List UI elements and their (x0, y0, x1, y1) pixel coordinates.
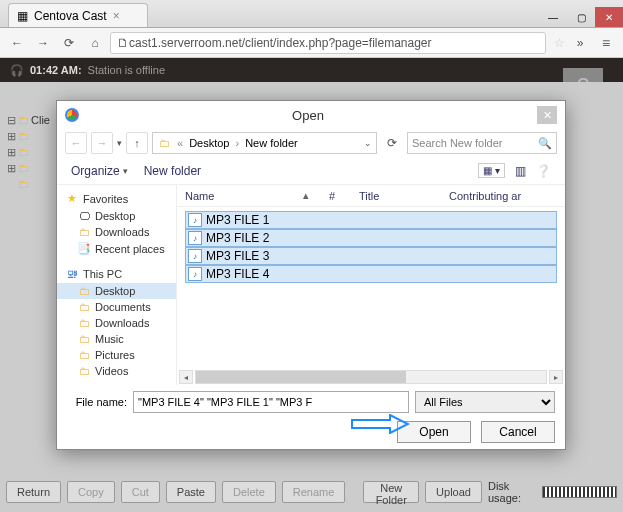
search-placeholder-text: Search New folder (412, 137, 503, 149)
pc-icon: 🖳 (65, 268, 79, 280)
menu-button[interactable]: ≡ (595, 32, 617, 54)
dialog-titlebar: Open ✕ (57, 101, 565, 129)
sidebar-item-pc-downloads[interactable]: 🗀Downloads (57, 315, 176, 331)
headphone-icon: 🎧 (10, 64, 24, 77)
file-row[interactable]: ♪MP3 FILE 2 (185, 229, 557, 247)
sidebar-item-music[interactable]: 🗀Music (57, 331, 176, 347)
history-dropdown[interactable]: ▾ (117, 138, 122, 148)
back-button[interactable]: ← (6, 32, 28, 54)
address-bar[interactable]: 🗋 cast1.serverroom.net/client/index.php?… (110, 32, 546, 54)
tab-favicon: ▦ (17, 9, 28, 23)
disk-usage: Disk usage: (488, 480, 617, 504)
cut-button[interactable]: Cut (121, 481, 160, 503)
breadcrumb[interactable]: 🗀 « Desktop › New folder ⌄ (152, 132, 377, 154)
folder-icon: 🗀 (77, 349, 91, 361)
dialog-title: Open (79, 108, 537, 123)
folder-icon: 🗀 (77, 333, 91, 345)
search-input[interactable]: Search New folder 🔍 (407, 132, 557, 154)
file-list: ♪MP3 FILE 1 ♪MP3 FILE 2 ♪MP3 FILE 3 ♪MP3… (177, 207, 565, 369)
upload-button[interactable]: Upload (425, 481, 482, 503)
folder-icon: 🗀 (77, 285, 91, 297)
col-name[interactable]: Name (185, 190, 315, 202)
disk-label: Disk usage: (488, 480, 536, 504)
favorites-group[interactable]: ★Favorites (57, 189, 176, 208)
open-file-dialog: Open ✕ ← → ▾ ↑ 🗀 « Desktop › New folder … (56, 100, 566, 450)
disk-meter (542, 486, 617, 498)
dialog-bottom: File name: All Files Open Cancel (57, 385, 565, 449)
file-list-pane: Name ▴ # Title Contributing ar ♪MP3 FILE… (177, 185, 565, 385)
minimize-button[interactable]: — (539, 7, 567, 27)
file-row[interactable]: ♪MP3 FILE 4 (185, 265, 557, 283)
reload-button[interactable]: ⟳ (58, 32, 80, 54)
nav-up-button[interactable]: ↑ (126, 132, 148, 154)
copy-button[interactable]: Copy (67, 481, 115, 503)
view-options-button[interactable]: ▦ ▾ (478, 163, 505, 178)
open-button[interactable]: Open (397, 421, 471, 443)
paste-button[interactable]: Paste (166, 481, 216, 503)
extensions-button[interactable]: » (569, 32, 591, 54)
organize-menu[interactable]: Organize ▾ (71, 164, 128, 178)
sidebar-item-downloads[interactable]: 🗀Downloads (57, 224, 176, 240)
close-window-button[interactable]: ✕ (595, 7, 623, 27)
cancel-button[interactable]: Cancel (481, 421, 555, 443)
audio-file-icon: ♪ (188, 249, 202, 263)
sidebar-item-documents[interactable]: 🗀Documents (57, 299, 176, 315)
path-dropdown[interactable]: ⌄ (364, 138, 372, 148)
folder-icon: 🗀 (77, 365, 91, 377)
scroll-thumb[interactable] (196, 371, 406, 383)
col-contributing[interactable]: Contributing ar (449, 190, 557, 202)
bottom-toolbar: Return Copy Cut Paste Delete Rename New … (6, 478, 617, 506)
col-number[interactable]: # (329, 190, 359, 202)
sidebar-item-pc-desktop[interactable]: 🗀Desktop (57, 283, 176, 299)
recent-icon: 📑 (77, 242, 91, 255)
chrome-icon (65, 108, 79, 122)
sidebar-item-recent[interactable]: 📑Recent places (57, 240, 176, 257)
col-title[interactable]: Title (359, 190, 449, 202)
forward-button[interactable]: → (32, 32, 54, 54)
thispc-group[interactable]: 🖳This PC (57, 265, 176, 283)
file-row[interactable]: ♪MP3 FILE 3 (185, 247, 557, 265)
scroll-left-button[interactable]: ◂ (179, 370, 193, 384)
search-icon: 🔍 (538, 137, 552, 150)
dialog-sidebar: ★Favorites 🖵Desktop 🗀Downloads 📑Recent p… (57, 185, 177, 385)
sidebar-item-videos[interactable]: 🗀Videos (57, 363, 176, 379)
newfolder-button[interactable]: New Folder (363, 481, 419, 503)
filename-label: File name: (67, 396, 127, 408)
breadcrumb-segment[interactable]: New folder (245, 137, 298, 149)
help-icon[interactable]: ❔ (536, 164, 551, 178)
window-titlebar: ▦ Centova Cast × — ▢ ✕ (0, 0, 623, 28)
preview-pane-button[interactable]: ▥ (515, 164, 526, 178)
rename-button[interactable]: Rename (282, 481, 346, 503)
breadcrumb-segment[interactable]: Desktop (189, 137, 229, 149)
scroll-right-button[interactable]: ▸ (549, 370, 563, 384)
desktop-icon: 🖵 (77, 210, 91, 222)
audio-file-icon: ♪ (188, 213, 202, 227)
return-button[interactable]: Return (6, 481, 61, 503)
sidebar-item-pictures[interactable]: 🗀Pictures (57, 347, 176, 363)
nav-back-button[interactable]: ← (65, 132, 87, 154)
sidebar-item-desktop[interactable]: 🖵Desktop (57, 208, 176, 224)
new-folder-button[interactable]: New folder (144, 164, 201, 178)
maximize-button[interactable]: ▢ (567, 7, 595, 27)
centova-header: 🎧 01:42 AM: Station is offline (0, 58, 623, 82)
filename-input[interactable] (133, 391, 409, 413)
browser-tab[interactable]: ▦ Centova Cast × (8, 3, 148, 27)
refresh-button[interactable]: ⟳ (381, 132, 403, 154)
nav-forward-button[interactable]: → (91, 132, 113, 154)
home-button[interactable]: ⌂ (84, 32, 106, 54)
tab-title: Centova Cast (34, 9, 107, 23)
dialog-close-button[interactable]: ✕ (537, 106, 557, 124)
delete-button[interactable]: Delete (222, 481, 276, 503)
station-time: 01:42 AM: (30, 64, 82, 76)
folder-icon: 🗀 (77, 301, 91, 313)
sort-indicator-icon: ▴ (303, 189, 309, 202)
star-icon: ★ (65, 192, 79, 205)
close-tab-icon[interactable]: × (113, 9, 120, 23)
bookmark-icon[interactable]: ☆ (554, 36, 565, 50)
folder-icon: 🗀 (77, 226, 91, 238)
file-row[interactable]: ♪MP3 FILE 1 (185, 211, 557, 229)
file-type-filter[interactable]: All Files (415, 391, 555, 413)
scroll-track[interactable] (195, 370, 547, 384)
browser-toolbar: ← → ⟳ ⌂ 🗋 cast1.serverroom.net/client/in… (0, 28, 623, 58)
horizontal-scrollbar[interactable]: ◂ ▸ (177, 369, 565, 385)
